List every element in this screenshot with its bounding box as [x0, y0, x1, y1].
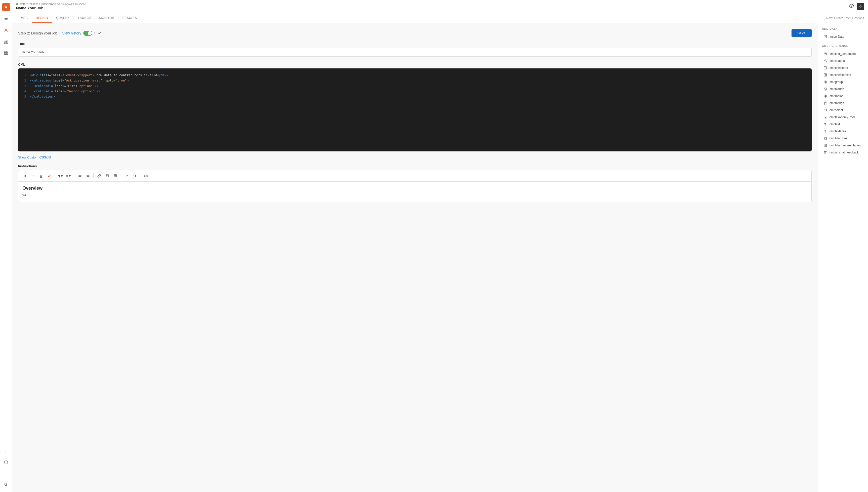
panel-item-group[interactable]: cml:group [822, 78, 864, 85]
tab-data[interactable]: DATA [16, 13, 31, 23]
center-panel: Step 2: Design your job / View history S… [12, 23, 818, 492]
sidebar: A ☰ ‹ › G [0, 0, 12, 492]
sidebar-collapse-right[interactable]: › [1, 469, 10, 478]
save-button[interactable]: Save [792, 29, 812, 37]
panel-item-textarea[interactable]: ¶ cml:textarea [822, 128, 864, 135]
toolbar-image[interactable] [104, 172, 111, 179]
editor-body: v3 [22, 193, 807, 197]
svg-rect-13 [861, 5, 862, 6]
view-history-link[interactable]: View history [63, 31, 81, 35]
tab-launch[interactable]: LAUNCH [74, 13, 95, 23]
toolbar-ordered-list[interactable]: ≔ [76, 172, 83, 179]
custom-css-link[interactable]: Show Custom CSS/JS [18, 155, 51, 159]
svg-rect-1 [4, 42, 5, 44]
editor-toolbar: B I U 🖍 ¶ ▾ ≡ ▾ ≔ ≕ [18, 170, 812, 181]
instructions-editor: B I U 🖍 ¶ ▾ ≡ ▾ ≔ ≕ [18, 170, 812, 202]
panel-item-shapes[interactable]: cml:shapes [822, 57, 864, 65]
sidebar-chart-icon[interactable] [1, 37, 10, 46]
taxonomy-tool-label: cml:taxonomy_tool [829, 116, 855, 119]
shapes-icon [823, 58, 827, 63]
toolbar-table[interactable] [112, 172, 119, 179]
avatar[interactable] [857, 3, 864, 10]
panel-item-ai-chat[interactable]: cml:ai_chat_feedback [822, 149, 864, 156]
select-label: cml:select [829, 108, 843, 112]
ssv-toggle[interactable] [83, 31, 92, 36]
main-wrapper: JOB ID 2197812 | EDOBROGORSKA@APPEN.COM … [12, 0, 868, 492]
panel-item-text[interactable]: T cml:text [822, 121, 864, 128]
panel-item-insert-data[interactable]: Insert Data [822, 33, 864, 40]
sidebar-info-icon[interactable] [1, 458, 10, 467]
lidar-box-icon [823, 136, 827, 141]
svg-marker-41 [824, 102, 827, 104]
step-title: Step 2: Design your job [18, 31, 57, 35]
sidebar-g-icon[interactable]: G [1, 480, 10, 489]
toolbar-underline[interactable]: U [38, 172, 45, 179]
panel-item-select[interactable]: cml:select [822, 107, 864, 114]
step-divider: / [59, 31, 61, 35]
code-content-5: </cml:radios> [30, 94, 807, 99]
code-content-4: <cml:radio label="Second option" /> [30, 89, 807, 94]
tab-quality[interactable]: QUALITY [53, 13, 73, 23]
toolbar-code[interactable]: </> [142, 172, 149, 179]
svg-marker-46 [824, 144, 827, 147]
svg-point-35 [824, 81, 827, 83]
line-num-2: 2 [22, 78, 26, 83]
cml-ref-section: CML REFERENCE cml:text_annotation cml:sh… [822, 44, 864, 156]
panel-item-radios[interactable]: cml:radios [822, 93, 864, 100]
panel-item-lidar-box[interactable]: cml:lidar_box [822, 135, 864, 142]
sidebar-grid-icon[interactable] [1, 48, 10, 57]
panel-item-ratings[interactable]: cml:ratings [822, 100, 864, 107]
tab-results[interactable]: RESULTS [119, 13, 140, 23]
panel-item-hidden[interactable]: cml:hidden [822, 85, 864, 93]
toolbar-link[interactable] [96, 172, 103, 179]
app-logo[interactable]: A [2, 3, 10, 11]
taxonomy-tool-icon [823, 115, 827, 120]
tab-monitor[interactable]: MONITOR [96, 13, 118, 23]
sidebar-menu-icon[interactable]: ☰ [1, 15, 10, 24]
shapes-label: cml:shapes [829, 59, 845, 63]
textarea-label: cml:textarea [829, 129, 846, 133]
tab-design[interactable]: DESIGN [32, 13, 52, 23]
code-content-2: <cml:radios label="Ask question here:" g… [30, 78, 807, 83]
svg-rect-5 [6, 51, 7, 52]
toolbar-unordered-list[interactable]: ≕ [84, 172, 91, 179]
radios-icon [823, 94, 827, 98]
ssv-label: SSV [94, 31, 101, 35]
svg-rect-34 [825, 75, 827, 76]
eye-icon[interactable] [849, 3, 854, 9]
ai-chat-label: cml:ai_chat_feedback [829, 151, 859, 154]
lidar-seg-icon [823, 143, 827, 148]
toolbar-redo[interactable]: ↪ [131, 172, 138, 179]
code-editor[interactable]: 1 <div class="html-element-wrapper">Show… [18, 68, 812, 151]
insert-data-icon [823, 34, 827, 39]
content-area: Step 2: Design your job / View history S… [12, 23, 868, 492]
sidebar-collapse-left[interactable]: ‹ [1, 447, 10, 456]
title-input[interactable] [18, 48, 812, 56]
panel-item-taxonomy-tool[interactable]: cml:taxonomy_tool [822, 114, 864, 121]
toolbar-italic[interactable]: I [29, 172, 37, 179]
code-line-4: 4 <cml:radio label="Second option" /> [22, 89, 807, 94]
toolbar-bold[interactable]: B [21, 172, 28, 179]
toolbar-undo[interactable]: ↩ [123, 172, 130, 179]
panel-item-text-annotation[interactable]: cml:text_annotation [822, 50, 864, 57]
svg-rect-45 [824, 138, 826, 139]
panel-item-lidar-seg[interactable]: cml:lidar_segmentation [822, 142, 864, 149]
editor-content[interactable]: Overview v3 [18, 181, 812, 202]
panel-item-checkbox[interactable]: cml:checkbox [822, 65, 864, 71]
svg-rect-44 [824, 137, 827, 140]
hidden-icon [823, 87, 827, 91]
line-num-3: 3 [22, 83, 26, 89]
step-header-left: Step 2: Design your job / View history S… [18, 31, 101, 36]
toolbar-paragraph[interactable]: ¶ ▾ [57, 172, 64, 179]
sidebar-user-icon[interactable] [1, 26, 10, 35]
toolbar-align[interactable]: ≡ ▾ [65, 172, 72, 179]
cml-label: CML [18, 63, 812, 67]
svg-rect-6 [4, 53, 5, 55]
title-label: Title [18, 42, 812, 46]
code-line-2: 2 <cml:radios label="Ask question here:"… [22, 78, 807, 83]
panel-item-checkboxes[interactable]: cml:checkboxes [822, 71, 864, 78]
code-content-1: <div class="html-element-wrapper">Show d… [30, 72, 807, 78]
toggle-group: SSV [83, 31, 101, 36]
toolbar-highlight[interactable]: 🖍 [46, 172, 53, 179]
toolbar-sep-2 [74, 173, 74, 178]
